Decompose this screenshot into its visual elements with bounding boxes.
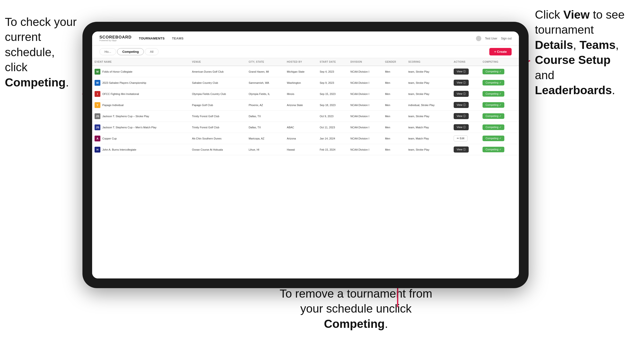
- cell-venue: American Dunes Golf Club: [190, 66, 246, 77]
- cell-city-state: Dallas, TX: [246, 111, 284, 122]
- view-button[interactable]: View ⓘ: [454, 147, 469, 153]
- tr-suffix4: ,: [616, 38, 619, 51]
- event-name-text: OFCC Fighting Illini Invitational: [102, 93, 139, 95]
- table-row: A Copper Cup Ak-Chin Southern Dunes Mari…: [92, 133, 519, 144]
- tr-suffix1: to see: [590, 8, 624, 21]
- cell-venue: Trinity Forest Golf Club: [190, 122, 246, 133]
- cell-hosted-by: Washington: [284, 77, 317, 88]
- cell-venue: Trinity Forest Golf Club: [190, 111, 246, 122]
- view-button[interactable]: View ⓘ: [454, 80, 469, 86]
- nav-tournaments[interactable]: TOURNAMENTS: [139, 36, 165, 40]
- sub-nav: Ho... Competing All + Create: [92, 45, 519, 58]
- tournaments-table: EVENT NAME VENUE CITY, STATE HOSTED BY S…: [92, 58, 519, 155]
- cell-competing: Competing ✓: [480, 144, 519, 155]
- tr-bold6: Leaderboards: [535, 84, 612, 97]
- nav-links: TOURNAMENTS TEAMS: [139, 36, 476, 40]
- cell-actions: View ⓘ: [451, 111, 480, 122]
- cell-venue: Ak-Chin Southern Dunes: [190, 133, 246, 144]
- cell-gender: Men: [382, 133, 406, 144]
- competing-button[interactable]: Competing ✓: [482, 113, 504, 119]
- view-button[interactable]: View ⓘ: [454, 68, 469, 75]
- cell-competing: Competing ✓: [480, 122, 519, 133]
- event-name-text: Folds of Honor Collegiate: [102, 70, 132, 73]
- competing-button[interactable]: Competing ✓: [482, 136, 504, 141]
- tab-competing[interactable]: Competing: [117, 48, 144, 55]
- tab-all[interactable]: All: [145, 48, 158, 55]
- table-row: I OFCC Fighting Illini Invitational Olym…: [92, 88, 519, 100]
- nav-bar: SCOREBOARD Powered by clippi TOURNAMENTS…: [92, 31, 519, 45]
- view-button[interactable]: View ⓘ: [454, 113, 469, 119]
- cell-competing: Competing ✓: [480, 133, 519, 144]
- cell-city-state: Dallas, TX: [246, 122, 284, 133]
- event-name-text: John A. Burns Intercollegiate: [102, 148, 136, 151]
- nav-teams[interactable]: TEAMS: [172, 36, 184, 40]
- col-gender: GENDER: [382, 58, 406, 66]
- competing-button[interactable]: Competing ✓: [482, 125, 504, 130]
- cell-start-date: Jan 14, 2024: [318, 133, 348, 144]
- cell-city-state: Sammamish, WA: [246, 77, 284, 88]
- cell-city-state: Lihue, HI: [246, 144, 284, 155]
- competing-button[interactable]: Competing ✓: [482, 91, 504, 97]
- bottom-line2-bold: Competing: [324, 318, 385, 330]
- bottom-line1: To remove a tournament from: [280, 287, 432, 300]
- cell-venue: Sahalee Country Club: [190, 77, 246, 88]
- tr-bold5: Course Setup: [535, 53, 610, 66]
- view-button[interactable]: View ⓘ: [454, 91, 469, 97]
- tab-group: Ho... Competing All: [100, 48, 158, 55]
- col-venue: VENUE: [190, 58, 246, 66]
- cell-gender: Men: [382, 77, 406, 88]
- sign-out-link[interactable]: Sign out: [501, 37, 512, 40]
- team-logo: JS: [94, 125, 100, 130]
- cell-division: NCAA Division I: [348, 100, 382, 111]
- view-button[interactable]: View ⓘ: [454, 124, 469, 130]
- cell-start-date: Oct 11, 2023: [318, 122, 348, 133]
- cell-venue: Olympia Fields Country Club: [190, 88, 246, 100]
- cell-event-name: W 2023 Sahalee Players Championship: [92, 77, 190, 88]
- logo-sub: Powered by clippi: [100, 39, 132, 42]
- view-button[interactable]: View ⓘ: [454, 102, 469, 108]
- tablet-frame: SCOREBOARD Powered by clippi TOURNAMENTS…: [82, 22, 528, 288]
- annotation-top-right: Click View to see tournament Details, Te…: [535, 7, 637, 98]
- cell-event-name: I OFCC Fighting Illini Invitational: [92, 88, 190, 100]
- annotation-line3-bold: Competing: [5, 76, 66, 89]
- competing-button[interactable]: Competing ✓: [482, 102, 504, 108]
- tr-bold3: Details: [535, 38, 573, 51]
- col-hosted-by: HOSTED BY: [284, 58, 317, 66]
- cell-hosted-by: Arizona State: [284, 100, 317, 111]
- competing-button[interactable]: Competing ✓: [482, 80, 504, 85]
- competing-button[interactable]: Competing ✓: [482, 147, 504, 152]
- cell-division: NCAA Division I: [348, 144, 382, 155]
- edit-button[interactable]: ✏ Edit: [454, 135, 468, 141]
- tr-line2: tournament: [535, 23, 594, 36]
- team-logo: JS: [94, 113, 100, 119]
- cell-city-state: Maricopa, AZ: [246, 133, 284, 144]
- cell-division: NCAA Division I: [348, 133, 382, 144]
- table-row: M Folds of Honor Collegiate American Dun…: [92, 66, 519, 77]
- cell-scoring: team, Stroke Play: [406, 144, 451, 155]
- cell-division: NCAA Division I: [348, 122, 382, 133]
- tr-suffix3: ,: [573, 38, 580, 51]
- cell-scoring: team, Stroke Play: [406, 111, 451, 122]
- create-button[interactable]: + Create: [489, 48, 512, 55]
- nav-right: Test User Sign out: [476, 36, 512, 41]
- table-row: W 2023 Sahalee Players Championship Saha…: [92, 77, 519, 88]
- cell-start-date: Feb 15, 2024: [318, 144, 348, 155]
- cell-start-date: Sep 18, 2023: [318, 100, 348, 111]
- cell-city-state: Grand Haven, MI: [246, 66, 284, 77]
- tab-home[interactable]: Ho...: [100, 48, 116, 55]
- team-logo: W: [94, 80, 100, 86]
- cell-start-date: Sep 4, 2023: [318, 66, 348, 77]
- tr-bold4: Teams: [580, 38, 616, 51]
- cell-scoring: individual, Stroke Play: [406, 100, 451, 111]
- cell-gender: Men: [382, 100, 406, 111]
- cell-venue: Ocean Course At Hokuala: [190, 144, 246, 155]
- cell-scoring: team, Match Play: [406, 122, 451, 133]
- annotation-line2: current schedule,: [5, 30, 54, 58]
- tablet-screen: SCOREBOARD Powered by clippi TOURNAMENTS…: [92, 31, 519, 278]
- cell-scoring: team, Match Play: [406, 133, 451, 144]
- cell-competing: Competing ✓: [480, 88, 519, 100]
- cell-gender: Men: [382, 88, 406, 100]
- logo-main: SCOREBOARD: [100, 35, 132, 39]
- competing-button[interactable]: Competing ✓: [482, 69, 504, 74]
- col-actions: ACTIONS: [451, 58, 480, 66]
